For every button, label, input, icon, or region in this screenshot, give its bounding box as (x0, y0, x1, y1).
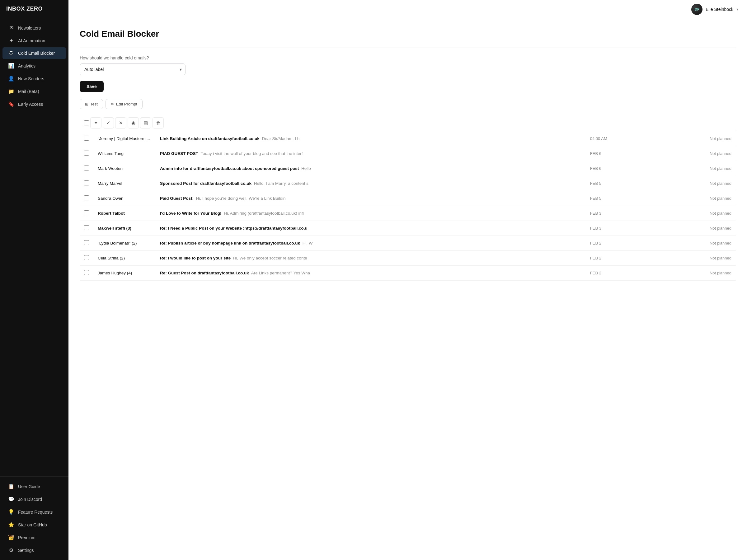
email-snippet: Dear Sir/Madam, I h (262, 136, 300, 141)
view-button[interactable]: ◉ (128, 117, 139, 129)
new-senders-icon: 👤 (8, 76, 14, 81)
table-row[interactable]: Cela Strina (2) Re: I would like to post… (80, 251, 736, 266)
email-subject: Paid Guest Post: (160, 196, 194, 201)
email-status: Not planned (654, 266, 736, 281)
email-sender: Mark Wooten (93, 161, 156, 176)
email-date: FEB 2 (586, 236, 654, 251)
ai-action-button[interactable]: ✦ (90, 117, 101, 129)
sidebar-label: Early Access (18, 102, 43, 107)
page-title: Cold Email Blocker (80, 29, 736, 39)
sidebar-item-ai-automation[interactable]: ✦ AI Automation (2, 34, 66, 47)
email-subject-snippet: Paid Guest Post: Hi, I hope you're doing… (156, 191, 586, 206)
toolbar-icon-group: ✦ ✓ ✕ ◉ ▤ 🗑 (90, 117, 164, 129)
email-date: FEB 6 (586, 161, 654, 176)
email-snippet: Are Links permanent? Yes Wha (251, 271, 310, 275)
email-date: FEB 5 (586, 191, 654, 206)
email-subject: I'd Love to Write for Your Blog! (160, 211, 221, 216)
email-snippet: Hi, We only accept soccer related conte (233, 256, 307, 260)
table-row[interactable]: Mark Wooten Admin info for draftfantasyf… (80, 161, 736, 176)
row-checkbox[interactable] (84, 151, 89, 156)
edit-prompt-button[interactable]: ✏ Edit Prompt (105, 99, 143, 109)
email-sender: "Jeremy | Digital Mastermi... (93, 131, 156, 146)
sidebar: INBOX ZERO ✉ Newsletters ✦ AI Automation… (0, 0, 69, 560)
table-row[interactable]: Robert Talbot I'd Love to Write for Your… (80, 206, 736, 221)
sidebar-label: Settings (18, 548, 34, 553)
approve-button[interactable]: ✓ (103, 117, 114, 129)
row-checkbox[interactable] (84, 181, 89, 185)
table-row[interactable]: James Hughey (4) Re: Guest Post on draft… (80, 266, 736, 281)
user-menu[interactable]: DF Elie Steinbock ▾ (691, 4, 738, 15)
email-subject-snippet: Re: I Need a Public Post on your Website… (156, 221, 586, 236)
email-toolbar: ✦ ✓ ✕ ◉ ▤ 🗑 (80, 115, 736, 131)
sidebar-item-mail-beta[interactable]: 📁 Mail (Beta) (2, 85, 66, 97)
email-date: 04:00 AM (586, 131, 654, 146)
select-all-checkbox[interactable] (84, 121, 89, 125)
sidebar-item-user-guide[interactable]: 📋 User Guide (2, 480, 66, 492)
email-snippet: Hi, Admiring (draftfantasyfootball.co.uk… (224, 211, 304, 216)
row-checkbox[interactable] (84, 240, 89, 245)
sidebar-item-early-access[interactable]: 🔖 Early Access (2, 98, 66, 110)
table-row[interactable]: "Jeremy | Digital Mastermi... Link Build… (80, 131, 736, 146)
test-icon: ⊞ (85, 102, 88, 106)
row-checkbox[interactable] (84, 165, 89, 170)
row-checkbox[interactable] (84, 195, 89, 201)
sidebar-item-new-senders[interactable]: 👤 New Senders (2, 73, 66, 85)
row-checkbox[interactable] (84, 270, 89, 275)
table-row[interactable]: "Lydia Bolmenäs" (2) Re: Publish article… (80, 236, 736, 251)
email-subject: Re: I would like to post on your site (160, 256, 231, 260)
sidebar-label: Feature Requests (18, 510, 53, 514)
email-subject: Re: Publish article or buy homepage link… (160, 241, 300, 245)
test-button[interactable]: ⊞ Test (80, 99, 103, 109)
chevron-down-icon: ▾ (737, 7, 738, 11)
sidebar-item-analytics[interactable]: 📊 Analytics (2, 60, 66, 72)
delete-button[interactable]: 🗑 (153, 117, 164, 129)
reject-button[interactable]: ✕ (115, 117, 126, 129)
email-status: Not planned (654, 221, 736, 236)
row-checkbox[interactable] (84, 136, 89, 141)
sidebar-item-settings[interactable]: ⚙ Settings (2, 544, 66, 556)
user-guide-icon: 📋 (8, 483, 14, 489)
sidebar-label: Star on GitHub (18, 522, 47, 527)
sidebar-item-cold-email-blocker[interactable]: 🛡 Cold Email Blocker (2, 47, 66, 59)
sidebar-label: Join Discord (18, 497, 42, 502)
email-subject: Admin info for draftfantasyfootball.co.u… (160, 166, 299, 171)
save-button[interactable]: Save (80, 81, 104, 92)
table-row[interactable]: Sandra Owen Paid Guest Post: Hi, I hope … (80, 191, 736, 206)
email-date: FEB 3 (586, 221, 654, 236)
row-checkbox[interactable] (84, 255, 89, 260)
header: DF Elie Steinbock ▾ (69, 0, 747, 19)
sidebar-item-star-github[interactable]: ⭐ Star on GitHub (2, 518, 66, 531)
feature-requests-icon: 💡 (8, 509, 14, 515)
sidebar-item-premium[interactable]: 👑 Premium (2, 531, 66, 543)
archive-button[interactable]: ▤ (140, 117, 151, 129)
select-wrapper: Auto label ▾ (80, 63, 185, 75)
sidebar-label: Analytics (18, 63, 35, 69)
newsletters-icon: ✉ (8, 25, 14, 31)
email-subject-snippet: I'd Love to Write for Your Blog! Hi, Adm… (156, 206, 586, 221)
email-date: FEB 6 (586, 146, 654, 161)
email-date: FEB 5 (586, 176, 654, 191)
email-table: "Jeremy | Digital Mastermi... Link Build… (80, 131, 736, 281)
table-row[interactable]: Maxwell steffi (3) Re: I Need a Public P… (80, 221, 736, 236)
sidebar-item-feature-requests[interactable]: 💡 Feature Requests (2, 506, 66, 518)
avatar: DF (691, 4, 702, 15)
sidebar-item-join-discord[interactable]: 💬 Join Discord (2, 493, 66, 505)
table-row[interactable]: Marry Marvel Sponsored Post for draftfan… (80, 176, 736, 191)
action-bar: ⊞ Test ✏ Edit Prompt (80, 99, 736, 109)
email-snippet: Hello, I am Marry, a content s (254, 181, 308, 186)
email-sender: James Hughey (4) (93, 266, 156, 281)
divider (80, 48, 736, 48)
row-checkbox[interactable] (84, 225, 89, 230)
row-checkbox[interactable] (84, 210, 89, 215)
email-snippet: Hello (301, 166, 311, 171)
sidebar-label: AI Automation (18, 38, 45, 43)
email-status: Not planned (654, 176, 736, 191)
sidebar-item-newsletters[interactable]: ✉ Newsletters (2, 22, 66, 34)
cold-email-action-select[interactable]: Auto label (80, 63, 185, 75)
email-subject-snippet: Link Building Article on draftfantasyfoo… (156, 131, 586, 146)
email-status: Not planned (654, 206, 736, 221)
email-status: Not planned (654, 251, 736, 266)
table-row[interactable]: Williams Tang PIAD GUEST POST Today i vi… (80, 146, 736, 161)
email-status: Not planned (654, 236, 736, 251)
email-snippet: Hi, W (303, 241, 313, 245)
